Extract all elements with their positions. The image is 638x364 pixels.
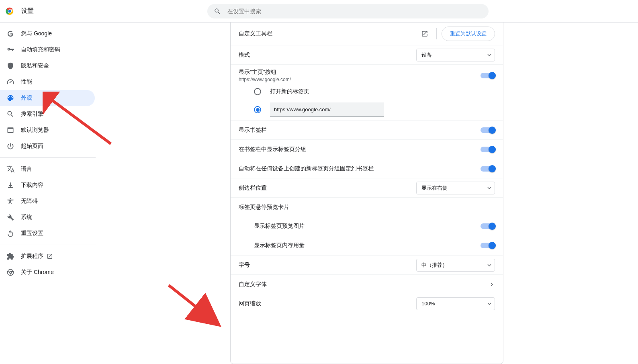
select-value: 设备 — [421, 51, 432, 59]
nav-default-browser[interactable]: 默认浏览器 — [0, 122, 95, 138]
open-in-new-icon[interactable] — [421, 30, 428, 37]
custom-font-row[interactable]: 自定义字体 — [231, 274, 503, 294]
bookmarks-bar-row: 显示书签栏 — [231, 120, 503, 139]
mode-select[interactable]: 设备 — [416, 49, 495, 61]
nav-label: 起始页面 — [21, 143, 43, 150]
nav-accessibility[interactable]: 无障碍 — [0, 193, 95, 209]
customize-toolbar-row[interactable]: 自定义工具栏 重置为默认设置 — [231, 22, 503, 45]
font-size-select[interactable]: 中（推荐） — [416, 259, 495, 272]
hover-memory-toggle[interactable] — [481, 243, 495, 248]
hover-card-row: 标签页悬停预览卡片 — [231, 197, 503, 217]
nav-label: 重置设置 — [21, 230, 43, 237]
chevron-down-icon — [487, 186, 491, 190]
palette-icon — [6, 94, 14, 102]
nav-label: 隐私和安全 — [21, 62, 49, 70]
main-content: 自定义工具栏 重置为默认设置 模式 设备 显示"主页"按钮 https://ww… — [96, 22, 638, 364]
row-label: 标签页悬停预览卡片 — [239, 204, 495, 211]
chrome-outline-icon — [6, 268, 14, 276]
font-size-row: 字号 中（推荐） — [231, 255, 503, 274]
nav-languages[interactable]: 语言 — [0, 161, 95, 177]
radio-custom-url-row[interactable] — [254, 102, 495, 117]
page-zoom-select[interactable]: 100% — [416, 297, 495, 310]
svg-point-2 — [8, 10, 11, 12]
nav-label: 扩展程序 — [21, 253, 43, 260]
search-icon — [6, 110, 14, 118]
home-button-radio-group: 打开新的标签页 — [231, 85, 503, 120]
nav-label: 性能 — [21, 78, 32, 86]
hover-image-toggle[interactable] — [481, 223, 495, 229]
row-label: 显示书签栏 — [239, 127, 481, 134]
nav-appearance[interactable]: 外观 — [0, 90, 95, 106]
row-label-group: 显示"主页"按钮 https://www.google.com/ — [239, 69, 481, 82]
row-label: 自定义工具栏 — [239, 30, 421, 37]
accessibility-icon — [6, 197, 14, 205]
bookmarks-bar-toggle[interactable] — [481, 127, 495, 133]
home-button-row: 显示"主页"按钮 https://www.google.com/ — [231, 64, 503, 85]
chevron-down-icon — [487, 53, 491, 57]
nav-privacy[interactable]: 隐私和安全 — [0, 58, 95, 74]
row-label: 自定义字体 — [239, 281, 489, 288]
hover-image-row: 显示标签页预览图片 — [231, 217, 503, 236]
nav-about-chrome[interactable]: 关于 Chrome — [0, 264, 95, 280]
open-in-new-icon — [47, 253, 53, 260]
row-label: 显示标签页内存用量 — [254, 242, 481, 249]
nav-label: 关于 Chrome — [21, 269, 54, 276]
hover-memory-row: 显示标签页内存用量 — [231, 236, 503, 255]
speedometer-icon — [6, 78, 14, 86]
nav-on-startup[interactable]: 起始页面 — [0, 138, 95, 154]
nav-label: 外观 — [21, 94, 32, 102]
appearance-card: 自定义工具栏 重置为默认设置 模式 设备 显示"主页"按钮 https://ww… — [230, 22, 503, 364]
select-value: 中（推荐） — [421, 262, 448, 269]
nav-label: 默认浏览器 — [21, 127, 49, 134]
reset-defaults-button[interactable]: 重置为默认设置 — [442, 27, 495, 41]
tab-groups-toggle[interactable] — [481, 147, 495, 152]
home-button-toggle[interactable] — [481, 73, 495, 78]
nav-search-engine[interactable]: 搜索引擎 — [0, 106, 95, 122]
nav-label: 无障碍 — [21, 198, 38, 205]
select-value: 显示在右侧 — [421, 184, 448, 192]
radio-new-tab[interactable] — [254, 88, 261, 95]
sidebar-position-select[interactable]: 显示在右侧 — [416, 182, 495, 194]
nav-downloads[interactable]: 下载内容 — [0, 177, 95, 193]
row-label: 自动将在任何设备上创建的新标签页分组固定到书签栏 — [239, 165, 481, 172]
nav-you-and-google[interactable]: 您与 Google — [0, 26, 95, 42]
row-label: 显示"主页"按钮 — [239, 69, 481, 76]
auto-pin-toggle[interactable] — [481, 166, 495, 172]
row-label: 模式 — [239, 51, 416, 59]
nav-label: 您与 Google — [21, 30, 52, 37]
radio-custom-url[interactable] — [254, 106, 261, 113]
nav-label: 自动填充和密码 — [21, 46, 60, 53]
row-sublabel: https://www.google.com/ — [239, 77, 481, 82]
settings-nav: 您与 Google 自动填充和密码 隐私和安全 性能 外观 搜索引擎 默认浏览器 — [0, 22, 96, 364]
key-icon — [6, 46, 14, 54]
extension-icon — [6, 252, 14, 260]
radio-new-tab-row[interactable]: 打开新的标签页 — [254, 88, 495, 95]
search-input[interactable] — [227, 8, 482, 14]
google-g-icon — [6, 30, 14, 38]
row-label: 网页缩放 — [239, 300, 416, 307]
nav-label: 下载内容 — [21, 182, 43, 189]
nav-reset[interactable]: 重置设置 — [0, 225, 95, 241]
nav-extensions[interactable]: 扩展程序 — [0, 248, 95, 264]
row-label: 显示标签页预览图片 — [254, 223, 481, 230]
power-icon — [6, 142, 14, 150]
chevron-right-icon — [489, 281, 495, 288]
nav-performance[interactable]: 性能 — [0, 74, 95, 90]
nav-label: 系统 — [21, 214, 32, 221]
nav-label: 语言 — [21, 166, 32, 173]
page-zoom-row: 网页缩放 100% — [231, 294, 503, 313]
chrome-logo-icon — [5, 6, 14, 16]
nav-label: 搜索引擎 — [21, 110, 43, 118]
chevron-down-icon — [487, 302, 491, 306]
nav-system[interactable]: 系统 — [0, 209, 95, 225]
nav-divider — [0, 245, 96, 245]
radio-label: 打开新的标签页 — [270, 88, 309, 95]
settings-search[interactable] — [207, 4, 489, 18]
search-icon — [214, 8, 221, 15]
shield-icon — [6, 62, 14, 70]
home-url-input[interactable] — [270, 102, 384, 117]
nav-autofill[interactable]: 自动填充和密码 — [0, 42, 95, 58]
auto-pin-row: 自动将在任何设备上创建的新标签页分组固定到书签栏 — [231, 159, 503, 178]
translate-icon — [6, 165, 14, 173]
row-label: 在书签栏中显示标签页分组 — [239, 146, 481, 153]
